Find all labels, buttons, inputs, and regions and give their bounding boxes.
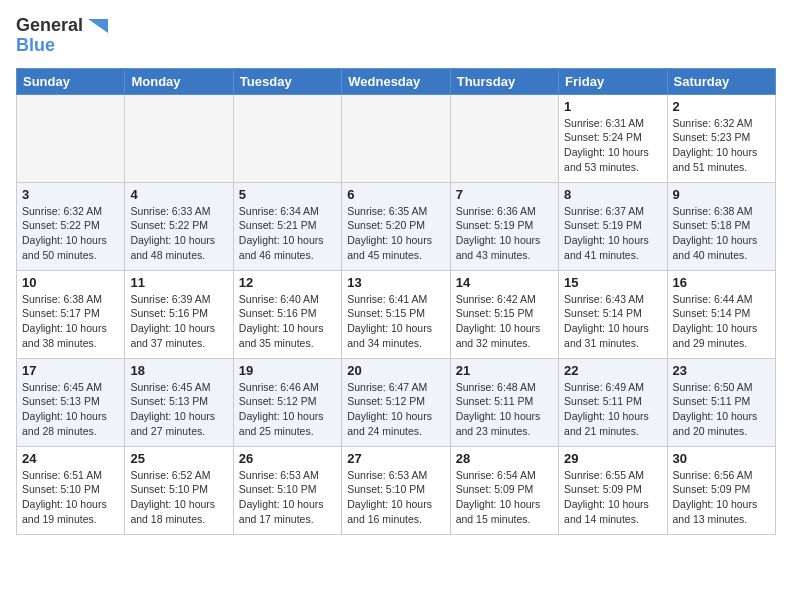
calendar-cell: 16Sunrise: 6:44 AM Sunset: 5:14 PM Dayli… xyxy=(667,270,775,358)
weekday-header: Thursday xyxy=(450,68,558,94)
calendar-cell xyxy=(342,94,450,182)
calendar-cell: 23Sunrise: 6:50 AM Sunset: 5:11 PM Dayli… xyxy=(667,358,775,446)
day-number: 14 xyxy=(456,275,553,290)
day-number: 19 xyxy=(239,363,336,378)
day-number: 23 xyxy=(673,363,770,378)
calendar-cell: 26Sunrise: 6:53 AM Sunset: 5:10 PM Dayli… xyxy=(233,446,341,534)
weekday-header: Monday xyxy=(125,68,233,94)
day-info: Sunrise: 6:49 AM Sunset: 5:11 PM Dayligh… xyxy=(564,380,661,439)
day-number: 22 xyxy=(564,363,661,378)
weekday-header: Saturday xyxy=(667,68,775,94)
day-number: 3 xyxy=(22,187,119,202)
day-number: 11 xyxy=(130,275,227,290)
day-info: Sunrise: 6:50 AM Sunset: 5:11 PM Dayligh… xyxy=(673,380,770,439)
day-info: Sunrise: 6:33 AM Sunset: 5:22 PM Dayligh… xyxy=(130,204,227,263)
day-number: 17 xyxy=(22,363,119,378)
day-info: Sunrise: 6:34 AM Sunset: 5:21 PM Dayligh… xyxy=(239,204,336,263)
day-number: 15 xyxy=(564,275,661,290)
day-info: Sunrise: 6:43 AM Sunset: 5:14 PM Dayligh… xyxy=(564,292,661,351)
day-info: Sunrise: 6:53 AM Sunset: 5:10 PM Dayligh… xyxy=(347,468,444,527)
calendar-cell: 13Sunrise: 6:41 AM Sunset: 5:15 PM Dayli… xyxy=(342,270,450,358)
day-number: 4 xyxy=(130,187,227,202)
calendar-cell: 27Sunrise: 6:53 AM Sunset: 5:10 PM Dayli… xyxy=(342,446,450,534)
day-number: 28 xyxy=(456,451,553,466)
day-number: 21 xyxy=(456,363,553,378)
calendar-cell: 3Sunrise: 6:32 AM Sunset: 5:22 PM Daylig… xyxy=(17,182,125,270)
calendar-cell xyxy=(233,94,341,182)
calendar-cell: 10Sunrise: 6:38 AM Sunset: 5:17 PM Dayli… xyxy=(17,270,125,358)
day-number: 26 xyxy=(239,451,336,466)
day-info: Sunrise: 6:35 AM Sunset: 5:20 PM Dayligh… xyxy=(347,204,444,263)
weekday-header: Sunday xyxy=(17,68,125,94)
calendar-cell: 11Sunrise: 6:39 AM Sunset: 5:16 PM Dayli… xyxy=(125,270,233,358)
day-number: 8 xyxy=(564,187,661,202)
calendar-cell: 20Sunrise: 6:47 AM Sunset: 5:12 PM Dayli… xyxy=(342,358,450,446)
calendar-cell: 6Sunrise: 6:35 AM Sunset: 5:20 PM Daylig… xyxy=(342,182,450,270)
calendar-cell: 2Sunrise: 6:32 AM Sunset: 5:23 PM Daylig… xyxy=(667,94,775,182)
calendar-week-row: 3Sunrise: 6:32 AM Sunset: 5:22 PM Daylig… xyxy=(17,182,776,270)
day-info: Sunrise: 6:52 AM Sunset: 5:10 PM Dayligh… xyxy=(130,468,227,527)
calendar-cell: 19Sunrise: 6:46 AM Sunset: 5:12 PM Dayli… xyxy=(233,358,341,446)
day-info: Sunrise: 6:39 AM Sunset: 5:16 PM Dayligh… xyxy=(130,292,227,351)
day-number: 7 xyxy=(456,187,553,202)
day-number: 12 xyxy=(239,275,336,290)
calendar-cell: 25Sunrise: 6:52 AM Sunset: 5:10 PM Dayli… xyxy=(125,446,233,534)
day-number: 5 xyxy=(239,187,336,202)
day-number: 25 xyxy=(130,451,227,466)
day-number: 1 xyxy=(564,99,661,114)
day-info: Sunrise: 6:47 AM Sunset: 5:12 PM Dayligh… xyxy=(347,380,444,439)
header: General Blue xyxy=(16,16,776,56)
day-number: 13 xyxy=(347,275,444,290)
day-info: Sunrise: 6:32 AM Sunset: 5:23 PM Dayligh… xyxy=(673,116,770,175)
day-number: 30 xyxy=(673,451,770,466)
day-number: 29 xyxy=(564,451,661,466)
day-info: Sunrise: 6:40 AM Sunset: 5:16 PM Dayligh… xyxy=(239,292,336,351)
day-info: Sunrise: 6:56 AM Sunset: 5:09 PM Dayligh… xyxy=(673,468,770,527)
calendar-cell: 5Sunrise: 6:34 AM Sunset: 5:21 PM Daylig… xyxy=(233,182,341,270)
day-info: Sunrise: 6:38 AM Sunset: 5:17 PM Dayligh… xyxy=(22,292,119,351)
weekday-header-row: SundayMondayTuesdayWednesdayThursdayFrid… xyxy=(17,68,776,94)
day-info: Sunrise: 6:41 AM Sunset: 5:15 PM Dayligh… xyxy=(347,292,444,351)
calendar-week-row: 24Sunrise: 6:51 AM Sunset: 5:10 PM Dayli… xyxy=(17,446,776,534)
calendar-cell: 21Sunrise: 6:48 AM Sunset: 5:11 PM Dayli… xyxy=(450,358,558,446)
day-info: Sunrise: 6:46 AM Sunset: 5:12 PM Dayligh… xyxy=(239,380,336,439)
weekday-header: Wednesday xyxy=(342,68,450,94)
calendar-cell: 28Sunrise: 6:54 AM Sunset: 5:09 PM Dayli… xyxy=(450,446,558,534)
day-info: Sunrise: 6:42 AM Sunset: 5:15 PM Dayligh… xyxy=(456,292,553,351)
svg-marker-0 xyxy=(88,19,108,33)
calendar-cell: 29Sunrise: 6:55 AM Sunset: 5:09 PM Dayli… xyxy=(559,446,667,534)
calendar-cell: 4Sunrise: 6:33 AM Sunset: 5:22 PM Daylig… xyxy=(125,182,233,270)
day-info: Sunrise: 6:31 AM Sunset: 5:24 PM Dayligh… xyxy=(564,116,661,175)
calendar-cell: 12Sunrise: 6:40 AM Sunset: 5:16 PM Dayli… xyxy=(233,270,341,358)
day-info: Sunrise: 6:37 AM Sunset: 5:19 PM Dayligh… xyxy=(564,204,661,263)
logo-wordmark: General Blue xyxy=(16,16,108,56)
day-number: 6 xyxy=(347,187,444,202)
weekday-header: Tuesday xyxy=(233,68,341,94)
day-info: Sunrise: 6:53 AM Sunset: 5:10 PM Dayligh… xyxy=(239,468,336,527)
calendar-cell xyxy=(125,94,233,182)
day-number: 20 xyxy=(347,363,444,378)
day-number: 24 xyxy=(22,451,119,466)
day-number: 27 xyxy=(347,451,444,466)
calendar-week-row: 17Sunrise: 6:45 AM Sunset: 5:13 PM Dayli… xyxy=(17,358,776,446)
day-info: Sunrise: 6:38 AM Sunset: 5:18 PM Dayligh… xyxy=(673,204,770,263)
calendar-cell: 24Sunrise: 6:51 AM Sunset: 5:10 PM Dayli… xyxy=(17,446,125,534)
day-number: 10 xyxy=(22,275,119,290)
weekday-header: Friday xyxy=(559,68,667,94)
calendar-week-row: 10Sunrise: 6:38 AM Sunset: 5:17 PM Dayli… xyxy=(17,270,776,358)
day-number: 16 xyxy=(673,275,770,290)
day-info: Sunrise: 6:45 AM Sunset: 5:13 PM Dayligh… xyxy=(130,380,227,439)
day-number: 18 xyxy=(130,363,227,378)
calendar-cell: 18Sunrise: 6:45 AM Sunset: 5:13 PM Dayli… xyxy=(125,358,233,446)
calendar-cell: 17Sunrise: 6:45 AM Sunset: 5:13 PM Dayli… xyxy=(17,358,125,446)
calendar-cell: 8Sunrise: 6:37 AM Sunset: 5:19 PM Daylig… xyxy=(559,182,667,270)
calendar-cell xyxy=(17,94,125,182)
day-info: Sunrise: 6:36 AM Sunset: 5:19 PM Dayligh… xyxy=(456,204,553,263)
day-info: Sunrise: 6:44 AM Sunset: 5:14 PM Dayligh… xyxy=(673,292,770,351)
calendar-cell: 15Sunrise: 6:43 AM Sunset: 5:14 PM Dayli… xyxy=(559,270,667,358)
logo: General Blue xyxy=(16,16,108,56)
day-info: Sunrise: 6:54 AM Sunset: 5:09 PM Dayligh… xyxy=(456,468,553,527)
day-info: Sunrise: 6:45 AM Sunset: 5:13 PM Dayligh… xyxy=(22,380,119,439)
day-info: Sunrise: 6:32 AM Sunset: 5:22 PM Dayligh… xyxy=(22,204,119,263)
day-number: 2 xyxy=(673,99,770,114)
